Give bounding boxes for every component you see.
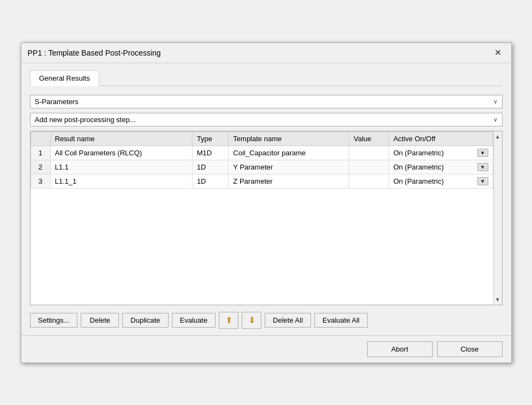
tab-general-results[interactable]: General Results — [30, 70, 99, 86]
row-num: 3 — [31, 174, 50, 188]
row-result-name: L1.1 — [50, 160, 192, 174]
col-num — [31, 131, 50, 146]
row-type: M1D — [192, 146, 229, 160]
col-result-name: Result name — [50, 131, 192, 146]
row-active[interactable]: On (Parametric)▼ — [388, 160, 493, 174]
active-dropdown-btn[interactable]: ▼ — [477, 149, 488, 157]
row-type: 1D — [192, 174, 229, 188]
row-value — [349, 160, 389, 174]
results-table-container: Result name Type Template name Value Act… — [30, 131, 503, 305]
col-active: Active On/Off — [388, 131, 493, 146]
table-scroll-area: Result name Type Template name Value Act… — [31, 131, 502, 305]
dialog-body: General Results S-Parameters ∨ Add new p… — [21, 63, 511, 335]
col-value: Value — [349, 131, 389, 146]
scroll-down-arrow[interactable]: ▼ — [494, 295, 501, 304]
col-type: Type — [192, 131, 229, 146]
table-row[interactable]: 2L1.11DY ParameterOn (Parametric)▼ — [31, 160, 493, 174]
add-step-value: Add new post-processing step... — [35, 116, 136, 124]
row-num: 2 — [31, 160, 50, 174]
row-value — [349, 174, 389, 188]
title-bar: PP1 : Template Based Post-Processing ✕ — [21, 43, 511, 63]
close-button[interactable]: ✕ — [491, 47, 505, 58]
row-num: 1 — [31, 146, 50, 160]
action-buttons-row: Settings... Delete Duplicate Evaluate ⬆ … — [30, 310, 503, 329]
move-down-button[interactable]: ⬇ — [242, 312, 261, 329]
chevron-down-icon-2: ∨ — [493, 116, 498, 123]
s-parameters-value: S-Parameters — [35, 98, 79, 106]
vertical-scrollbar[interactable]: ▲ ▼ — [493, 131, 502, 305]
duplicate-button[interactable]: Duplicate — [122, 313, 168, 328]
results-table: Result name Type Template name Value Act… — [31, 131, 493, 189]
table-row[interactable]: 3L1.1_11DZ ParameterOn (Parametric)▼ — [31, 174, 493, 188]
row-template-name: Y Parameter — [229, 160, 349, 174]
evaluate-button[interactable]: Evaluate — [172, 313, 216, 328]
up-arrow-icon: ⬆ — [225, 315, 232, 325]
evaluate-all-button[interactable]: Evaluate All — [314, 313, 368, 328]
row-type: 1D — [192, 160, 229, 174]
settings-button[interactable]: Settings... — [30, 313, 78, 328]
row-active[interactable]: On (Parametric)▼ — [388, 146, 493, 160]
dialog-title: PP1 : Template Based Post-Processing — [28, 49, 161, 57]
add-step-dropdown[interactable]: Add new post-processing step... ∨ — [30, 113, 503, 126]
tab-bar: General Results — [30, 70, 503, 86]
close-dialog-button[interactable]: Close — [437, 341, 503, 357]
main-dialog: PP1 : Template Based Post-Processing ✕ G… — [21, 43, 512, 363]
down-arrow-icon: ⬇ — [248, 315, 255, 325]
row-result-name: All Coil Parameters (RLCQ) — [50, 146, 192, 160]
row-result-name: L1.1_1 — [50, 174, 192, 188]
move-up-button[interactable]: ⬆ — [219, 312, 238, 329]
s-parameters-dropdown[interactable]: S-Parameters ∨ — [30, 95, 503, 108]
table-main: Result name Type Template name Value Act… — [31, 131, 493, 305]
row-value — [349, 146, 389, 160]
table-row[interactable]: 1All Coil Parameters (RLCQ)M1DCoil_Capac… — [31, 146, 493, 160]
row-template-name: Z Parameter — [229, 174, 349, 188]
table-header-row: Result name Type Template name Value Act… — [31, 131, 493, 146]
col-template-name: Template name — [229, 131, 349, 146]
chevron-down-icon: ∨ — [493, 98, 498, 105]
row-template-name: Coil_Capacitor parame — [229, 146, 349, 160]
footer-row: Abort Close — [21, 335, 511, 362]
abort-button[interactable]: Abort — [367, 341, 433, 357]
active-dropdown-btn[interactable]: ▼ — [477, 177, 488, 185]
delete-button[interactable]: Delete — [81, 313, 119, 328]
active-dropdown-btn[interactable]: ▼ — [477, 163, 488, 171]
scroll-up-arrow[interactable]: ▲ — [494, 132, 501, 141]
row-active[interactable]: On (Parametric)▼ — [388, 174, 493, 188]
delete-all-button[interactable]: Delete All — [265, 313, 311, 328]
